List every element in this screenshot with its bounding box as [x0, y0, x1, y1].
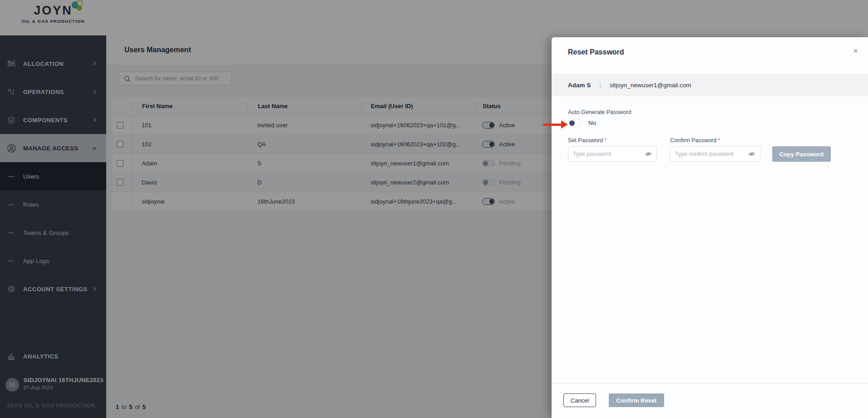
- copy-password-button[interactable]: Copy Password: [772, 146, 831, 162]
- confirm-password-field[interactable]: [675, 151, 748, 157]
- confirm-password-field-wrap: [670, 146, 760, 162]
- set-password-label: Set Password*: [568, 137, 607, 144]
- drawer-title: Reset Password: [568, 48, 624, 56]
- reset-password-drawer: Reset Password × Adam S | sltjoyn_newuse…: [552, 37, 868, 418]
- confirm-password-label: Confirm Password*: [670, 137, 720, 144]
- eye-off-icon[interactable]: [645, 150, 652, 158]
- required-asterisk: *: [718, 137, 720, 144]
- required-asterisk: *: [604, 137, 607, 144]
- cancel-button[interactable]: Cancel: [563, 393, 596, 407]
- set-password-field[interactable]: [573, 151, 645, 157]
- selected-user-band: Adam S | sltjoyn_newuser1@gmail.com: [552, 74, 868, 96]
- auto-generate-toggle[interactable]: [568, 119, 582, 127]
- separator-pipe: |: [599, 81, 601, 89]
- selected-user-name: Adam S: [568, 82, 591, 89]
- auto-generate-value: No: [588, 119, 596, 126]
- footer-divider: [552, 383, 868, 383]
- selected-user-email: sltjoyn_newuser1@gmail.com: [610, 82, 691, 89]
- set-password-field-wrap: [568, 146, 657, 162]
- confirm-reset-button[interactable]: Confirm Reset: [609, 393, 664, 407]
- close-icon[interactable]: ×: [853, 46, 858, 55]
- eye-off-icon[interactable]: [748, 150, 755, 158]
- auto-generate-label: Auto Generate Password: [568, 109, 631, 115]
